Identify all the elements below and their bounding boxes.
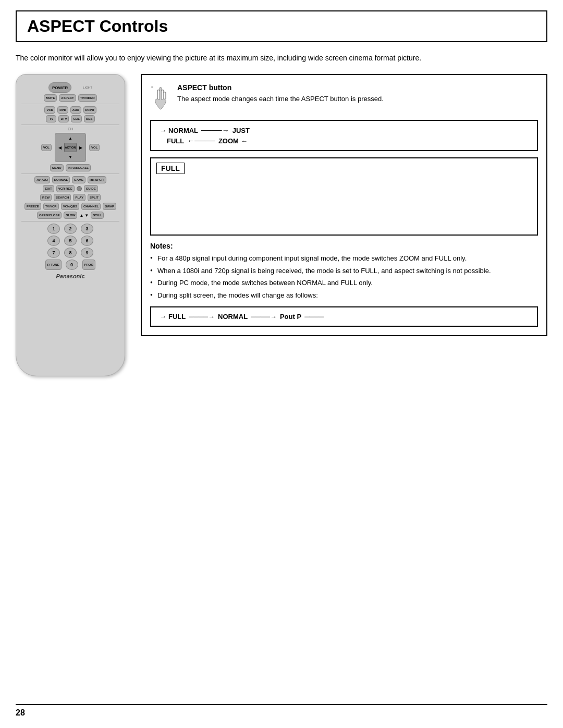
rh-split-button[interactable]: RH-SPLIT bbox=[88, 176, 106, 183]
aspect-button[interactable]: ASPECT bbox=[59, 94, 76, 102]
remote-top-row: POWER LIGHT bbox=[21, 82, 119, 93]
page-number: 28 bbox=[16, 708, 25, 718]
page-title: ASPECT Controls bbox=[27, 17, 536, 36]
freeze-button[interactable]: FREEZE bbox=[25, 203, 41, 210]
power-button[interactable]: POWER bbox=[48, 82, 71, 93]
num0-button[interactable]: 0 bbox=[66, 260, 78, 270]
menu-info-row: MENU INFO/RECALL bbox=[21, 164, 119, 171]
menu-button[interactable]: MENU bbox=[50, 164, 64, 171]
rew-button[interactable]: REW bbox=[40, 194, 52, 201]
intro-text: The color monitor will allow you to enjo… bbox=[16, 53, 547, 64]
prog-button[interactable]: PROG bbox=[82, 260, 96, 270]
num2-button[interactable]: 2 bbox=[64, 224, 77, 234]
split-poutp: Pout P bbox=[280, 313, 301, 320]
num5-button[interactable]: 5 bbox=[64, 236, 77, 246]
split-button[interactable]: SPLIT bbox=[88, 194, 101, 201]
tv-video-button[interactable]: TV/VIDEO bbox=[78, 94, 97, 102]
split-arrow-3: ────→ bbox=[251, 313, 277, 320]
flow-diagram: → NORMAL ────→ JUST FULL ←──── ZOOM ← bbox=[150, 120, 538, 151]
vol-right-button[interactable]: VOL bbox=[89, 144, 100, 151]
light-label: LIGHT bbox=[83, 86, 92, 89]
action-down[interactable]: ▼ bbox=[64, 152, 76, 162]
ubs-button[interactable]: UBS bbox=[84, 115, 95, 122]
aspect-text-block: ASPECT button The aspect mode changes ea… bbox=[177, 83, 538, 104]
info-recall-button[interactable]: INFO/RECALL bbox=[66, 164, 91, 171]
flow-full: FULL bbox=[167, 137, 184, 145]
rec-indicator bbox=[77, 186, 82, 191]
num1-button[interactable]: 1 bbox=[47, 224, 60, 234]
cbl-button[interactable]: CBL bbox=[71, 115, 81, 122]
guide-button[interactable]: GUIDE bbox=[84, 185, 98, 192]
action-down-left bbox=[55, 152, 64, 162]
aux-button[interactable]: AUX bbox=[70, 106, 81, 114]
action-up[interactable]: ▲ bbox=[64, 133, 76, 143]
flow-arrow-2: ────→ bbox=[201, 126, 229, 134]
flow-row-1: → NORMAL ────→ JUST bbox=[160, 126, 529, 134]
action-center-button[interactable]: ACTION bbox=[64, 143, 76, 152]
swap-button[interactable]: SWAP bbox=[103, 203, 116, 210]
num3-button[interactable]: 3 bbox=[81, 224, 93, 234]
vcn-qbs-button[interactable]: VCN/QBS bbox=[61, 203, 79, 210]
remote-control: POWER LIGHT MUTE ASPECT TV/VIDEO VCR DVD… bbox=[16, 74, 125, 376]
notes-list: For a 480p signal input during component… bbox=[150, 253, 538, 300]
action-cluster[interactable]: ▲ ◀ ACTION ▶ ▼ bbox=[55, 133, 86, 162]
notes-title: Notes: bbox=[150, 242, 538, 250]
num7-button[interactable]: 7 bbox=[47, 248, 60, 258]
num8-button[interactable]: 8 bbox=[64, 248, 77, 258]
hand-icon bbox=[150, 85, 171, 112]
tv-vcr-button[interactable]: TV/VCR bbox=[43, 203, 59, 210]
normal-button[interactable]: NORMAL bbox=[52, 176, 70, 183]
ch-label: CH bbox=[21, 127, 119, 131]
ch-down-arrow[interactable]: ▼ bbox=[84, 213, 89, 218]
dtv-button[interactable]: DTV bbox=[58, 115, 69, 122]
flow-arrow-4: ← bbox=[241, 137, 248, 145]
av-adj-row: AV-ADJ NORMAL GAME RH-SPLIT bbox=[21, 176, 119, 183]
mute-button[interactable]: MUTE bbox=[44, 94, 57, 102]
dvd-button[interactable]: DVD bbox=[57, 106, 68, 114]
page-footer: 28 bbox=[16, 704, 547, 718]
search-button[interactable]: SEARCH bbox=[54, 194, 71, 201]
num4-button[interactable]: 4 bbox=[47, 236, 60, 246]
rcvr-button[interactable]: RCVR bbox=[83, 106, 96, 114]
page-header: ASPECT Controls bbox=[16, 10, 547, 42]
action-right[interactable]: ▶ bbox=[77, 143, 85, 152]
num6-button[interactable]: 6 bbox=[81, 236, 93, 246]
ch-arrows: ▲ ▼ bbox=[79, 213, 89, 218]
channel-button[interactable]: CHANNEL bbox=[81, 203, 101, 210]
note-item-3: During PC mode, the mode switches betwee… bbox=[150, 278, 538, 288]
numpad-row-1: 1 2 3 bbox=[21, 224, 119, 234]
note-item-1: For a 480p signal input during component… bbox=[150, 253, 538, 264]
flow-row-2: FULL ←──── ZOOM ← bbox=[160, 137, 529, 145]
still-button[interactable]: STILL bbox=[91, 212, 104, 219]
full-box-label: FULL bbox=[156, 163, 185, 174]
flow-normal: NORMAL bbox=[168, 127, 198, 134]
num9-button[interactable]: 9 bbox=[81, 248, 93, 258]
ch-up-arrow[interactable]: ▲ bbox=[79, 213, 83, 218]
split-normal: NORMAL bbox=[218, 313, 248, 320]
slow-button[interactable]: SLOW bbox=[64, 212, 77, 219]
tv-button[interactable]: TV bbox=[46, 115, 56, 122]
play-button[interactable]: PLAY bbox=[73, 194, 85, 201]
exit-button[interactable]: EXIT bbox=[43, 185, 54, 192]
svg-rect-0 bbox=[151, 87, 153, 88]
full-box: FULL bbox=[150, 157, 538, 236]
open-close-button[interactable]: OPEN/CLOSE bbox=[37, 212, 62, 219]
action-left[interactable]: ◀ bbox=[55, 143, 64, 152]
notes-section: Notes: For a 480p signal input during co… bbox=[150, 242, 538, 300]
vcr-rec-button[interactable]: VCR REC bbox=[56, 185, 75, 192]
vcr-button[interactable]: VCR bbox=[44, 106, 55, 114]
mute-aspect-row: MUTE ASPECT TV/VIDEO bbox=[21, 94, 119, 102]
aspect-button-label: ASPECT button bbox=[177, 83, 538, 92]
av-adj-button[interactable]: AV-ADJ bbox=[34, 176, 50, 183]
r-tune-button[interactable]: R-TUNE bbox=[45, 260, 62, 270]
numpad-row-2: 4 5 6 bbox=[21, 236, 119, 246]
split-arrow-4: ──── bbox=[304, 313, 324, 320]
flow-arrow-3: ←──── bbox=[187, 137, 215, 145]
rew-play-row: REW SEARCH PLAY SPLIT bbox=[21, 194, 119, 201]
flow-just: JUST bbox=[232, 127, 250, 134]
split-full: FULL bbox=[168, 313, 186, 320]
dtv-cbl-row: TV DTV CBL UBS bbox=[21, 115, 119, 122]
two-col-layout: POWER LIGHT MUTE ASPECT TV/VIDEO VCR DVD… bbox=[16, 74, 547, 376]
game-button[interactable]: GAME bbox=[72, 176, 85, 183]
vol-left-button[interactable]: VOL bbox=[41, 144, 52, 151]
